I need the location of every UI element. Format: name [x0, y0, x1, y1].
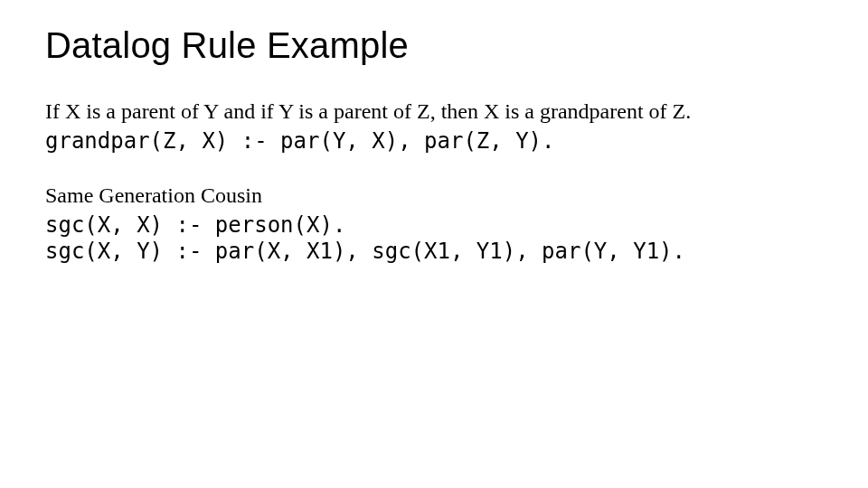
grandparent-description: If X is a parent of Y and if Y is a pare… [45, 99, 823, 125]
spacer [45, 155, 823, 183]
slide-title: Datalog Rule Example [45, 25, 823, 66]
sgc-description: Same Generation Cousin [45, 183, 823, 209]
slide: Datalog Rule Example If X is a parent of… [0, 0, 868, 488]
sgc-rule-2-code: sgc(X, Y) :- par(X, X1), sgc(X1, Y1), pa… [45, 239, 823, 265]
sgc-rule-1-code: sgc(X, X) :- person(X). [45, 212, 823, 239]
slide-body: If X is a parent of Y and if Y is a pare… [45, 99, 823, 265]
grandparent-rule-code: grandpar(Z, X) :- par(Y, X), par(Z, Y). [45, 128, 823, 155]
